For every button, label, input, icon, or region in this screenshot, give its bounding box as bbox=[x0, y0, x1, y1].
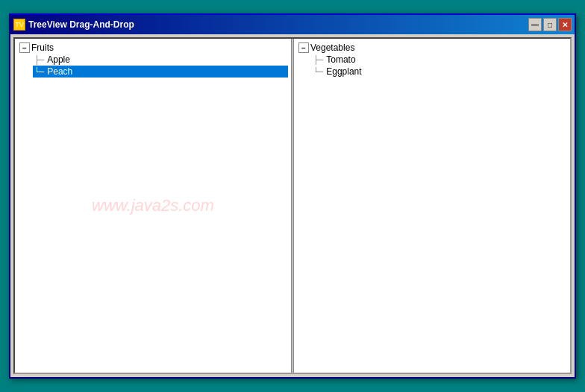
app-icon: TV bbox=[13, 19, 25, 31]
apple-row[interactable]: ├─ Apple bbox=[33, 54, 288, 66]
watermark-left: www.java2s.com bbox=[92, 196, 214, 215]
fruits-root-row[interactable]: − Fruits bbox=[18, 42, 288, 54]
peach-label: Peach bbox=[47, 66, 72, 77]
tomato-row[interactable]: ├─ Tomato bbox=[312, 54, 567, 66]
fruits-children: ├─ Apple └─ Peach bbox=[33, 54, 288, 78]
window-title: TreeView Drag-And-Drop bbox=[28, 19, 134, 30]
title-bar-left: TV TreeView Drag-And-Drop bbox=[13, 19, 134, 31]
apple-label: Apple bbox=[47, 54, 70, 65]
vegetables-expand-icon[interactable]: − bbox=[298, 42, 309, 53]
close-button[interactable]: ✕ bbox=[558, 18, 572, 31]
tomato-label: Tomato bbox=[326, 54, 355, 65]
vegetables-root-row[interactable]: − Vegetables bbox=[297, 42, 567, 54]
minimize-button[interactable]: — bbox=[528, 18, 542, 31]
main-window: TV TreeView Drag-And-Drop — □ ✕ − Fruits… bbox=[9, 13, 576, 379]
peach-connector: └─ bbox=[34, 67, 44, 77]
vegetables-root-label: Vegetables bbox=[310, 42, 354, 53]
right-treeview-panel[interactable]: − Vegetables ├─ Tomato └─ Eggplant bbox=[294, 39, 570, 373]
tomato-connector: ├─ bbox=[313, 55, 323, 65]
left-treeview-panel[interactable]: − Fruits ├─ Apple └─ Peach www.java2s.co… bbox=[15, 39, 291, 373]
fruits-tree-node: − Fruits ├─ Apple └─ Peach bbox=[18, 42, 288, 78]
eggplant-row[interactable]: └─ Eggplant bbox=[312, 66, 567, 78]
vegetables-children: ├─ Tomato └─ Eggplant bbox=[312, 54, 567, 78]
content-area: − Fruits ├─ Apple └─ Peach www.java2s.co… bbox=[13, 37, 572, 374]
eggplant-label: Eggplant bbox=[326, 66, 361, 77]
app-icon-text: TV bbox=[15, 21, 24, 28]
fruits-root-label: Fruits bbox=[31, 42, 54, 53]
maximize-button[interactable]: □ bbox=[543, 18, 557, 31]
title-buttons: — □ ✕ bbox=[528, 18, 572, 31]
fruits-expand-icon[interactable]: − bbox=[19, 42, 30, 53]
vegetables-tree-node: − Vegetables ├─ Tomato └─ Eggplant bbox=[297, 42, 567, 78]
title-bar: TV TreeView Drag-And-Drop — □ ✕ bbox=[10, 15, 575, 34]
apple-connector: ├─ bbox=[34, 55, 44, 65]
peach-row[interactable]: └─ Peach bbox=[33, 66, 288, 78]
eggplant-connector: └─ bbox=[313, 67, 323, 77]
